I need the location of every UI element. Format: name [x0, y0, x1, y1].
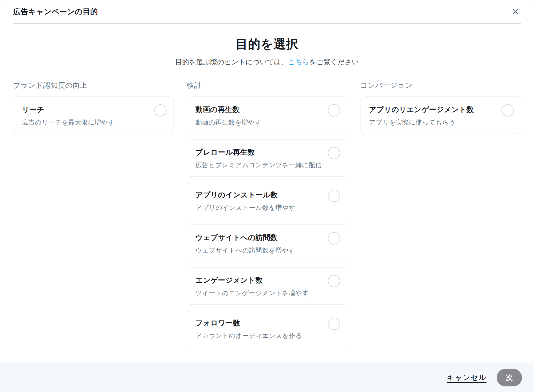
objective-card-description: アカウントのオーディエンスを作る	[195, 331, 323, 340]
objective-card-description: ツイートのエンゲージメントを増やす	[195, 289, 323, 297]
objective-radio[interactable]	[154, 104, 167, 117]
objective-card-reach[interactable]: リーチ 広告のリーチを最大限に増やす	[13, 97, 174, 134]
objective-radio[interactable]	[328, 232, 340, 245]
objective-card-description: 動画の再生数を増やす	[195, 118, 323, 127]
objective-card-engagements[interactable]: エンゲージメント数 ツイートのエンゲージメントを増やす	[187, 267, 347, 305]
close-icon[interactable]: ✕	[510, 7, 521, 17]
objective-card-title: アプリのリエンゲージメント数	[369, 105, 497, 114]
column-heading-conversion: コンバージョン	[360, 81, 521, 90]
objective-radio[interactable]	[501, 104, 514, 117]
objective-card-website-visits[interactable]: ウェブサイトへの訪問数 ウェブサイトへの訪問数を増やす	[187, 225, 347, 262]
objective-card-app-installs[interactable]: アプリのインストール数 アプリのインストール数を増やす	[187, 182, 347, 219]
campaign-objective-dialog: 広告キャンペーンの目的 ✕ 目的を選択 目的を選ぶ際のヒントについては、こちらを…	[0, 0, 534, 392]
objective-radio[interactable]	[328, 318, 340, 330]
column-consideration: 検討 動画の再生数 動画の再生数を増やす プレロール再生数 広告とプレミアムコン…	[187, 81, 347, 347]
objective-card-title: 動画の再生数	[195, 105, 323, 114]
objective-card-title: フォロワー数	[195, 318, 323, 328]
objective-card-title: エンゲージメント数	[195, 275, 323, 285]
objective-card-description: 広告のリーチを最大限に増やす	[22, 118, 150, 127]
column-awareness: ブランド認知度の向上 リーチ 広告のリーチを最大限に増やす	[13, 81, 174, 134]
objective-card-title: リーチ	[22, 105, 150, 114]
objective-card-description: アプリを実際に使ってもらう	[369, 118, 497, 127]
objective-radio[interactable]	[328, 275, 340, 287]
column-heading-awareness: ブランド認知度の向上	[13, 81, 174, 90]
objective-radio[interactable]	[328, 190, 340, 202]
title-block: 目的を選択 目的を選ぶ際のヒントについては、こちらをご覧ください	[0, 36, 534, 67]
objective-card-followers[interactable]: フォロワー数 アカウントのオーディエンスを作る	[187, 310, 347, 347]
objective-card-app-reengagements[interactable]: アプリのリエンゲージメント数 アプリを実際に使ってもらう	[360, 97, 521, 134]
objective-card-title: プレロール再生数	[195, 147, 323, 157]
objective-radio[interactable]	[328, 147, 340, 159]
hint-link[interactable]: こちら	[288, 58, 309, 66]
objective-card-preroll-views[interactable]: プレロール再生数 広告とプレミアムコンテンツを一緒に配信	[187, 139, 347, 177]
column-conversion: コンバージョン アプリのリエンゲージメント数 アプリを実際に使ってもらう	[360, 81, 521, 134]
subtitle-text-after: をご覧ください	[309, 58, 359, 66]
objective-card-video-views[interactable]: 動画の再生数 動画の再生数を増やす	[187, 97, 347, 134]
objective-columns: ブランド認知度の向上 リーチ 広告のリーチを最大限に増やす 検討 動画の再生数 …	[0, 81, 534, 363]
page-subtitle: 目的を選ぶ際のヒントについては、こちらをご覧ください	[0, 57, 534, 67]
dialog-title: 広告キャンペーンの目的	[13, 7, 98, 17]
cancel-button[interactable]: キャンセル	[447, 373, 486, 383]
page-title: 目的を選択	[0, 36, 534, 53]
column-heading-consideration: 検討	[187, 81, 347, 90]
objective-card-description: アプリのインストール数を増やす	[195, 203, 323, 212]
subtitle-text-before: 目的を選ぶ際のヒントについては、	[175, 58, 288, 66]
objective-radio[interactable]	[328, 104, 340, 117]
dialog-footer: キャンセル 次	[0, 363, 534, 392]
objective-card-title: ウェブサイトへの訪問数	[195, 233, 323, 242]
objective-card-description: 広告とプレミアムコンテンツを一緒に配信	[195, 161, 323, 169]
objective-card-title: アプリのインストール数	[195, 190, 323, 200]
objective-card-description: ウェブサイトへの訪問数を増やす	[195, 246, 323, 255]
next-button[interactable]: 次	[497, 369, 522, 386]
dialog-header: 広告キャンペーンの目的 ✕	[0, 0, 534, 24]
